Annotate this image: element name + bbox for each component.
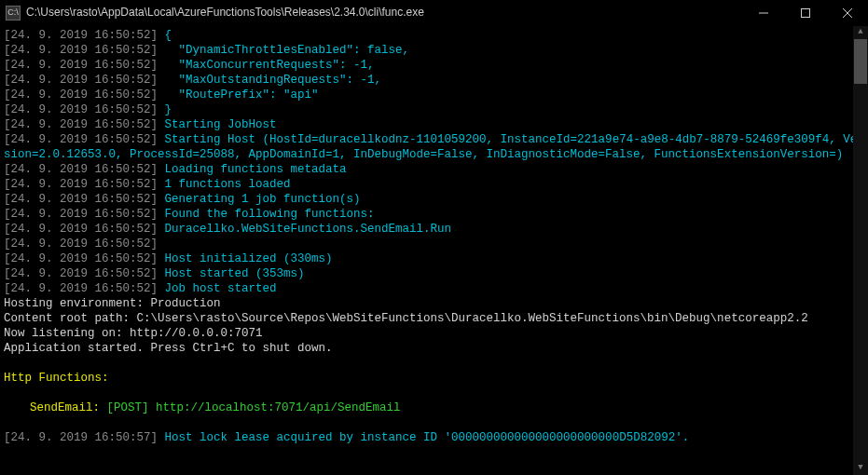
- svg-rect-1: [801, 9, 809, 18]
- log-text: Host lock lease acquired by instance ID …: [165, 431, 690, 444]
- timestamp: [24. 9. 2019 16:50:52]: [4, 267, 158, 280]
- timestamp: [24. 9. 2019 16:50:52]: [4, 29, 158, 42]
- log-text: Now listening on: http://0.0.0.0:7071: [4, 326, 864, 341]
- log-text: Host started (353ms): [165, 267, 305, 280]
- maximize-button[interactable]: [784, 0, 826, 26]
- minimize-button[interactable]: [742, 0, 784, 26]
- log-text: Job host started: [165, 282, 277, 295]
- window-title: C:\Users\rasto\AppData\Local\AzureFuncti…: [26, 6, 742, 20]
- http-method: [POST]: [107, 401, 157, 414]
- app-icon: C:\: [6, 6, 21, 20]
- timestamp: [24. 9. 2019 16:50:57]: [4, 431, 158, 444]
- http-function-name: SendEmail:: [30, 401, 107, 414]
- timestamp: [24. 9. 2019 16:50:52]: [4, 208, 158, 221]
- log-text: "RoutePrefix": "api": [165, 88, 319, 102]
- minimize-icon: [759, 8, 768, 18]
- log-text: Duracellko.WebSiteFunctions.SendEmail.Ru…: [165, 223, 452, 236]
- log-text: Hosting environment: Production: [4, 296, 864, 311]
- timestamp: [24. 9. 2019 16:50:52]: [4, 193, 158, 206]
- log-text: Found the following functions:: [165, 208, 375, 221]
- scrollbar-thumb[interactable]: [854, 39, 867, 84]
- timestamp: [24. 9. 2019 16:50:52]: [4, 103, 158, 116]
- console-output: [24. 9. 2019 16:50:52] { [24. 9. 2019 16…: [0, 26, 868, 475]
- log-text: Generating 1 job function(s): [165, 193, 361, 206]
- log-text: Application started. Press Ctrl+C to shu…: [4, 341, 864, 356]
- window-controls: [742, 0, 868, 26]
- log-text: "MaxConcurrentRequests": -1,: [165, 59, 375, 72]
- timestamp: [24. 9. 2019 16:50:52]: [4, 238, 158, 251]
- timestamp: [24. 9. 2019 16:50:52]: [4, 118, 158, 131]
- log-text: Loading functions metadata: [165, 163, 347, 176]
- timestamp: [24. 9. 2019 16:50:52]: [4, 44, 158, 57]
- close-icon: [843, 8, 852, 18]
- close-button[interactable]: [826, 0, 868, 26]
- log-text: }: [165, 103, 172, 116]
- timestamp: [24. 9. 2019 16:50:52]: [4, 252, 158, 265]
- log-text: "DynamicThrottlesEnabled": false,: [165, 44, 410, 57]
- http-url: http://localhost:7071/api/SendEmail: [156, 401, 401, 414]
- log-text: Host initialized (330ms): [165, 252, 333, 265]
- timestamp: [24. 9. 2019 16:50:52]: [4, 163, 158, 176]
- log-text: Starting JobHost: [165, 118, 277, 131]
- window-titlebar: C:\ C:\Users\rasto\AppData\Local\AzureFu…: [0, 0, 868, 26]
- log-text: {: [165, 29, 172, 42]
- timestamp: [24. 9. 2019 16:50:52]: [4, 223, 158, 236]
- timestamp: [24. 9. 2019 16:50:52]: [4, 133, 158, 146]
- scroll-up-icon[interactable]: ▲: [853, 26, 868, 39]
- scroll-down-icon[interactable]: ▼: [853, 462, 868, 475]
- log-text: Content root path: C:\Users\rasto\Source…: [4, 311, 864, 326]
- scrollbar[interactable]: ▲ ▼: [853, 26, 868, 475]
- timestamp: [24. 9. 2019 16:50:52]: [4, 74, 158, 87]
- timestamp: [24. 9. 2019 16:50:52]: [4, 178, 158, 191]
- timestamp: [24. 9. 2019 16:50:52]: [4, 282, 158, 295]
- log-text: 1 functions loaded: [165, 178, 291, 191]
- timestamp: [24. 9. 2019 16:50:52]: [4, 59, 158, 72]
- timestamp: [24. 9. 2019 16:50:52]: [4, 88, 158, 102]
- maximize-icon: [801, 8, 810, 18]
- log-text: "MaxOutstandingRequests": -1,: [165, 74, 382, 87]
- http-functions-header: Http Functions:: [4, 371, 864, 386]
